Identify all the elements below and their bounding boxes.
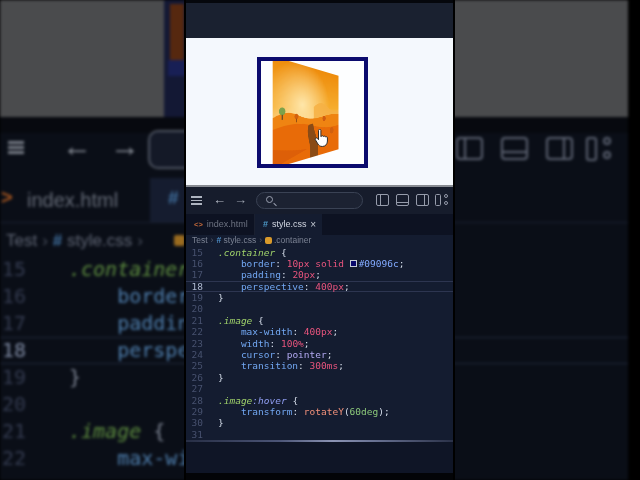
line-number: 29	[186, 406, 206, 417]
breadcrumb-folder[interactable]: Test	[192, 235, 208, 245]
toggle-secondary-sidebar-icon	[546, 137, 573, 160]
code-text: cursor: pointer;	[206, 349, 332, 360]
code-text: width: 100%;	[206, 338, 310, 349]
toggle-sidebar-icon[interactable]	[376, 194, 389, 206]
line-number: 31	[186, 429, 206, 440]
code-line-27[interactable]: 27	[186, 383, 453, 394]
breadcrumb-symbol[interactable]: .container	[274, 235, 311, 245]
toggle-secondary-sidebar-icon[interactable]	[416, 194, 429, 206]
code-text: transition: 300ms;	[206, 360, 344, 371]
menu-icon[interactable]	[191, 196, 202, 205]
tab-style-css[interactable]: #style.css ×	[255, 214, 322, 235]
code-text: perspective: 400px;	[206, 281, 350, 292]
line-number: 27	[186, 383, 206, 394]
back-arrow-icon[interactable]: ←	[213, 192, 226, 207]
code-text: }	[206, 292, 224, 303]
line-number: 20	[0, 391, 40, 418]
tab-bar: <>index.html #style.css ×	[186, 214, 453, 235]
hand-cursor-icon	[314, 129, 329, 147]
code-text: max-wi	[40, 445, 189, 472]
code-text: transform: rotateY(60deg);	[206, 406, 390, 417]
line-number: 19	[186, 292, 206, 303]
code-line-18[interactable]: 18 perspective: 400px;	[186, 281, 453, 292]
forward-arrow-icon: →	[110, 131, 140, 161]
line-number: 18	[186, 281, 206, 292]
code-line-15[interactable]: 15.container {	[186, 247, 453, 258]
code-text: border: 10px solid #09096c;	[206, 258, 404, 269]
code-text: .image {	[206, 315, 264, 326]
line-number: 30	[186, 417, 206, 428]
css-hash-icon: #	[168, 187, 179, 209]
code-text: paddin	[40, 310, 189, 337]
line-number: 15	[0, 256, 40, 283]
code-line-21[interactable]: 21.image {	[186, 315, 453, 326]
code-line-29[interactable]: 29 transform: rotateY(60deg);	[186, 406, 453, 417]
code-text: border	[40, 283, 189, 310]
landscape-image	[273, 57, 339, 168]
bottom-panel	[186, 442, 453, 473]
line-number: 21	[0, 418, 40, 445]
screenshot-root: ← → > index.html # Test›# style.css› 15.…	[0, 0, 640, 480]
code-line-22[interactable]: 22 max-width: 400px;	[186, 326, 453, 337]
code-text: max-width: 400px;	[206, 326, 338, 337]
search-input[interactable]	[256, 192, 363, 209]
toggle-panel-icon[interactable]	[396, 194, 409, 206]
code-text: .image:hover {	[206, 395, 298, 406]
frame-bottom-edge	[186, 473, 453, 480]
breadcrumb: Test›# style.css›	[6, 231, 148, 251]
customize-layout-icon	[586, 137, 616, 161]
code-line-31[interactable]: 31	[186, 429, 453, 440]
code-line-25[interactable]: 25 transition: 300ms;	[186, 360, 453, 371]
editor-title-bar: ← →	[186, 187, 453, 214]
code-line-16[interactable]: 16 border: 10px solid #09096c;	[186, 258, 453, 269]
code-line-17[interactable]: 17 padding: 20px;	[186, 269, 453, 280]
code-line-20[interactable]: 20	[186, 303, 453, 314]
code-line-19[interactable]: 19}	[186, 292, 453, 303]
toggle-sidebar-icon	[456, 137, 483, 160]
search-icon	[266, 196, 273, 203]
code-text: }	[206, 372, 224, 383]
line-number: 16	[186, 258, 206, 269]
close-icon[interactable]: ×	[310, 214, 316, 235]
short-video-frame: ← → <>index.html #style.css × Test›#	[184, 0, 455, 480]
line-number: 17	[0, 310, 40, 337]
line-number: 28	[186, 395, 206, 406]
rotated-image[interactable]	[273, 57, 339, 168]
line-number: 21	[186, 315, 206, 326]
menu-icon	[8, 141, 24, 154]
line-number: 26	[186, 372, 206, 383]
line-number: 17	[186, 269, 206, 280]
code-text: .image {	[40, 418, 165, 445]
line-number: 15	[186, 247, 206, 258]
tab-index-html: index.html	[27, 189, 118, 212]
code-text: }	[206, 417, 224, 428]
tab-style-css: #	[150, 178, 188, 223]
toggle-panel-icon	[501, 137, 528, 160]
code-line-24[interactable]: 24 cursor: pointer;	[186, 349, 453, 360]
line-number: 16	[0, 283, 40, 310]
code-line-26[interactable]: 26}	[186, 372, 453, 383]
code-editor[interactable]: 15.container {16 border: 10px solid #090…	[186, 247, 453, 441]
customize-layout-icon[interactable]	[435, 194, 450, 206]
breadcrumb-file[interactable]: style.css	[224, 235, 257, 245]
css-hash-icon: #	[216, 235, 221, 245]
code-text: .container {	[206, 247, 287, 258]
image-container[interactable]	[257, 57, 368, 168]
line-number: 23	[186, 338, 206, 349]
html-icon: >	[1, 186, 13, 209]
color-swatch[interactable]	[350, 260, 357, 267]
browser-preview	[186, 38, 453, 185]
line-number: 22	[186, 326, 206, 337]
tab-index-html[interactable]: <>index.html	[186, 214, 255, 235]
symbol-class-icon	[265, 237, 272, 244]
code-text: }	[40, 364, 81, 391]
code-line-23[interactable]: 23 width: 100%;	[186, 338, 453, 349]
breadcrumb: Test›# style.css›.container	[192, 235, 453, 247]
line-number: 25	[186, 360, 206, 371]
frame-top-bar	[186, 3, 453, 38]
code-line-28[interactable]: 28.image:hover {	[186, 395, 453, 406]
html-icon: <>	[194, 220, 203, 229]
forward-arrow-icon[interactable]: →	[234, 192, 247, 207]
back-arrow-icon: ←	[62, 131, 92, 161]
code-line-30[interactable]: 30}	[186, 417, 453, 428]
